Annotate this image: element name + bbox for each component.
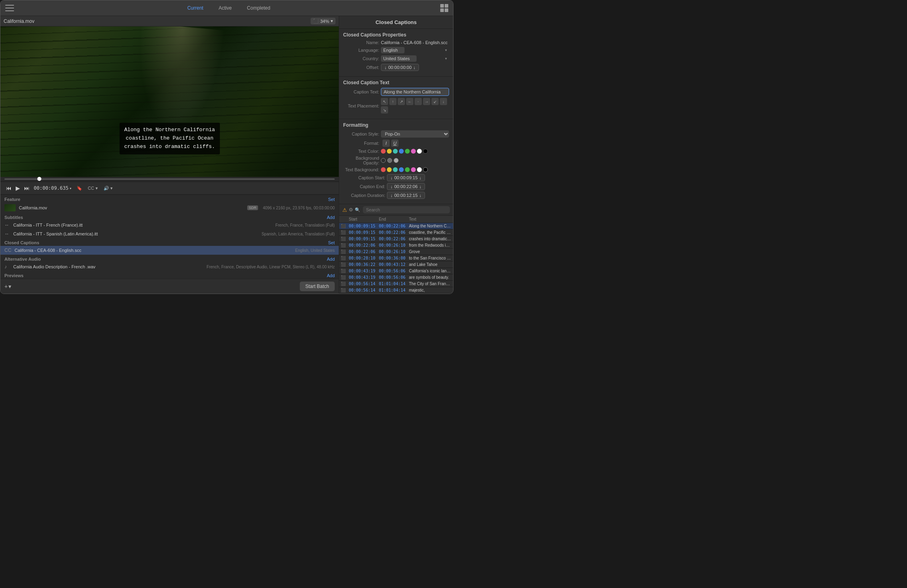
placement-ur[interactable]: ↗: [398, 98, 405, 105]
tab-completed[interactable]: Completed: [240, 4, 277, 12]
offset-value[interactable]: ↓ 00:00:00:00 ↓: [381, 64, 419, 71]
caption-table: Start End Text ⬛ 00:00:09:15 00:00:22:06…: [339, 216, 453, 294]
opacity-100[interactable]: [394, 158, 399, 163]
caption-row[interactable]: ⬛ 00:00:22:06 00:00:26:10 Grove: [339, 249, 453, 255]
color-blue[interactable]: [399, 149, 404, 154]
placement-l[interactable]: ←: [406, 98, 413, 105]
bg-green[interactable]: [405, 167, 410, 172]
caption-search-input[interactable]: [363, 206, 450, 213]
color-red[interactable]: [381, 149, 386, 154]
caption-row-end: 00:00:22:06: [379, 230, 409, 235]
feature-item[interactable]: California.mov SDR 4096 x 2160 px, 23.97…: [0, 203, 339, 213]
subtitles-label: Subtitles: [4, 215, 23, 220]
play-button[interactable]: ▶: [15, 184, 21, 192]
bg-white[interactable]: [417, 167, 422, 172]
color-pink[interactable]: [411, 149, 416, 154]
caption-button[interactable]: CC ▾: [86, 185, 100, 192]
grid-view-icon[interactable]: [440, 4, 448, 12]
bg-blue[interactable]: [399, 167, 404, 172]
tab-active[interactable]: Active: [211, 4, 239, 12]
placement-dr[interactable]: ↘: [381, 106, 388, 114]
bg-yellow[interactable]: [387, 167, 392, 172]
bg-red[interactable]: [381, 167, 386, 172]
offset-prop-row: Offset: ↓ 00:00:00:00 ↓: [343, 64, 449, 71]
feature-set-button[interactable]: Set: [328, 197, 335, 202]
caption-row-end: 00:00:56:06: [379, 275, 409, 280]
color-teal[interactable]: [393, 149, 398, 154]
properties-section-title: Closed Captions Properties: [343, 32, 449, 38]
formatting-section-title: Formatting: [343, 122, 449, 128]
bg-black[interactable]: [423, 167, 428, 172]
bg-teal[interactable]: [393, 167, 398, 172]
caption-row[interactable]: ⬛ 00:00:09:15 00:00:22:06 coastline, the…: [339, 229, 453, 236]
placement-ul[interactable]: ↖: [381, 98, 388, 105]
feature-filename: California.mov: [19, 205, 244, 210]
caption-text-input[interactable]: [381, 88, 449, 96]
color-black[interactable]: [423, 149, 428, 154]
placement-r[interactable]: →: [423, 98, 430, 105]
video-toolbar: California.mov ⬛ 34% ▾: [0, 16, 339, 26]
placement-d[interactable]: ↓: [440, 98, 447, 105]
caption-end-row: Caption End: ↓ 00:00:22:06 ↓: [343, 183, 449, 190]
caption-row[interactable]: ⬛ 00:00:56:14 01:01:04:14 The City of Sa…: [339, 281, 453, 287]
volume-button[interactable]: 🔊 ▾: [102, 185, 114, 192]
formatting-section: Formatting Caption Style: Pop-On Format:…: [339, 119, 453, 204]
subtitle-item-french[interactable]: ↔ California - ITT - French (France).itt…: [0, 221, 339, 229]
start-batch-button[interactable]: Start Batch: [300, 282, 335, 291]
caption-start-value[interactable]: ↓ 00:00:09:15 ↓: [387, 174, 425, 181]
placement-u[interactable]: ↑: [389, 98, 397, 105]
add-media-button[interactable]: + ▾: [4, 283, 11, 290]
opacity-50[interactable]: [387, 158, 392, 163]
bg-pink[interactable]: [411, 167, 416, 172]
caption-row[interactable]: ⬛ 00:00:36:22 00:00:43:12 and Lake Tahoe: [339, 262, 453, 268]
caption-row[interactable]: ⬛ 00:00:56:14 01:01:04:14 majestic,: [339, 287, 453, 294]
placement-c[interactable]: ·: [415, 98, 422, 105]
italic-button[interactable]: I: [382, 140, 390, 147]
bookmark-button[interactable]: 🔖: [75, 185, 84, 192]
caption-row[interactable]: ⬛ 00:00:09:15 00:00:22:06 Along the Nort…: [339, 223, 453, 229]
country-dropdown[interactable]: United States: [381, 55, 417, 62]
caption-search-bar: ⚠ ⚙ 🔍: [339, 204, 453, 216]
alt-audio-item[interactable]: ♪ California Audio Description - French …: [0, 262, 339, 271]
zoom-level: 34%: [320, 19, 329, 24]
opacity-0[interactable]: [381, 158, 386, 163]
caption-row-start: 00:00:22:06: [349, 243, 379, 247]
alt-audio-add-button[interactable]: Add: [327, 257, 335, 262]
caption-duration-value[interactable]: ↓ 00:00:12:15 ↓: [387, 192, 425, 199]
underline-button[interactable]: U: [391, 140, 399, 147]
language-dropdown[interactable]: English: [381, 47, 405, 53]
caption-duration-label: Caption Duration:: [343, 193, 385, 198]
timeline-scrubber[interactable]: [4, 178, 335, 180]
subtitle-icon-2: ↔: [4, 231, 10, 237]
subtitles-add-button[interactable]: Add: [327, 215, 335, 220]
caption-style-dropdown[interactable]: Pop-On: [381, 130, 449, 138]
fast-forward-button[interactable]: ⏭: [23, 184, 31, 192]
subtitle-item-spanish[interactable]: ↔ California - ITT - Spanish (Latin Amer…: [0, 229, 339, 238]
col-text-header: Text: [409, 217, 451, 221]
title-bar-tabs: Current Active Completed: [180, 4, 278, 12]
caption-row[interactable]: ⬛ 00:00:09:15 00:00:22:06 crashes into d…: [339, 236, 453, 242]
caption-row[interactable]: ⬛ 00:00:43:19 00:00:56:06 are symbols of…: [339, 274, 453, 281]
cc-set-button[interactable]: Set: [328, 240, 335, 245]
caption-row[interactable]: ⬛ 00:00:43:19 00:00:56:06 California's i…: [339, 268, 453, 274]
scrubber-handle[interactable]: [37, 177, 41, 181]
sidebar-toggle-button[interactable]: [5, 5, 14, 11]
cc-item-english[interactable]: CC California - CEA-608 - English.scc En…: [0, 246, 339, 255]
color-yellow[interactable]: [387, 149, 392, 154]
tab-current[interactable]: Current: [180, 4, 211, 12]
rewind-button[interactable]: ⏮: [5, 184, 12, 192]
subtitle-spanish-info: Spanish, Latin America, Translation (Ful…: [262, 232, 335, 236]
caption-row-icon: ⬛: [341, 249, 349, 254]
color-white[interactable]: [417, 149, 422, 154]
caption-row[interactable]: ⬛ 00:00:28:10 00:00:36:00 to the San Fra…: [339, 255, 453, 262]
caption-end-arrow2: ↓: [419, 184, 422, 189]
cc-icon: CC: [4, 247, 11, 253]
caption-end-value[interactable]: ↓ 00:00:22:06 ↓: [387, 183, 425, 190]
zoom-control[interactable]: ⬛ 34% ▾: [311, 18, 336, 24]
color-green[interactable]: [405, 149, 410, 154]
caption-row[interactable]: ⬛ 00:00:22:06 00:00:26:10 from the Redwo…: [339, 242, 453, 249]
content-area: California.mov ⬛ 34% ▾ Along the Norther…: [0, 16, 453, 294]
placement-dl[interactable]: ↙: [431, 98, 439, 105]
previews-add-button[interactable]: Add: [327, 273, 335, 278]
caption-row-start: 00:00:43:19: [349, 275, 379, 280]
